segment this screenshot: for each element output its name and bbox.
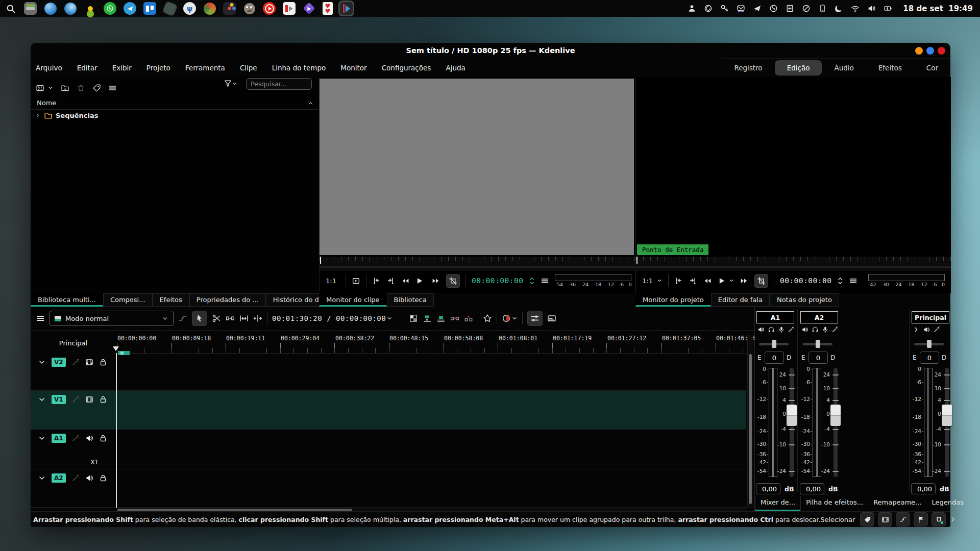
selection-tool-button[interactable] (192, 311, 207, 326)
user-status-icon[interactable] (688, 4, 696, 13)
markers-toggle-button[interactable] (914, 512, 928, 527)
set-in-point-icon[interactable] (372, 277, 381, 285)
minimize-button[interactable] (915, 47, 923, 55)
tab-biblioteca-multimidia[interactable]: Biblioteca multi... (31, 293, 103, 307)
insert-zone-icon[interactable] (423, 314, 432, 323)
menu-linha-do-tempo[interactable]: Linha do tempo (272, 64, 326, 72)
track-lane-v1[interactable] (116, 391, 746, 430)
balance-spinbox[interactable]: 0 (808, 352, 828, 364)
tab-monitor-do-projeto[interactable]: Monitor do projeto (635, 293, 711, 307)
ripple-tool-icon[interactable] (253, 314, 262, 323)
bin-menu-icon[interactable] (108, 84, 117, 92)
set-in-point-icon[interactable] (674, 277, 683, 285)
thumbnails-toggle-button[interactable] (878, 512, 892, 527)
menu-arquivo[interactable]: Arquivo (36, 64, 62, 72)
video-track-icon[interactable] (85, 358, 93, 366)
fader-handle[interactable] (830, 405, 841, 426)
clip-monitor-seekbar[interactable] (320, 257, 635, 270)
collapse-track-icon[interactable] (38, 358, 46, 366)
create-folder-icon[interactable] (61, 84, 69, 92)
level-spinbox[interactable]: 0,00 (911, 483, 936, 494)
launcher-media-player[interactable] (303, 2, 315, 15)
wifi-icon[interactable] (851, 4, 860, 13)
battery-icon[interactable] (884, 4, 892, 13)
fader-handle[interactable] (942, 405, 952, 426)
track-header-a1[interactable]: A1 X1 (31, 430, 116, 469)
playhead-icon[interactable] (113, 346, 119, 351)
maximize-button[interactable] (926, 47, 934, 55)
zoom-chevron-icon[interactable] (656, 278, 663, 284)
titlebar[interactable]: Sem título / HD 1080p 25 fps — Kdenlive (31, 43, 950, 58)
effects-icon[interactable] (933, 326, 940, 333)
track-header-v2[interactable]: V2 (31, 354, 116, 391)
launcher-thunderbird[interactable] (64, 2, 77, 15)
delete-icon[interactable] (77, 84, 85, 92)
set-out-point-icon[interactable] (386, 277, 395, 285)
launcher-telegram[interactable] (124, 2, 136, 15)
lock-icon[interactable] (99, 395, 107, 404)
menu-projeto[interactable]: Projeto (146, 64, 170, 72)
launcher-browser[interactable] (44, 2, 57, 15)
tab-mixer[interactable]: Mixer de... (755, 496, 801, 511)
launcher-round-app[interactable]: ψ (183, 2, 196, 15)
monitor-menu-icon[interactable] (541, 277, 549, 285)
track-effects-icon[interactable] (71, 358, 80, 366)
tab-pilha-de-efeitos[interactable]: Pilha de efeitos... (801, 496, 868, 511)
pan-slider[interactable] (803, 340, 832, 347)
mix-clips-icon[interactable] (178, 314, 187, 323)
timeline-menu-icon[interactable] (36, 314, 45, 323)
tab-legendas[interactable]: Legendas (927, 496, 969, 511)
collapse-track-icon[interactable] (38, 434, 46, 442)
record-track-icon[interactable] (822, 326, 829, 333)
favorite-effects-icon[interactable] (483, 314, 492, 323)
menu-configuracoes[interactable]: Configurações (382, 64, 431, 72)
zone-mode-button[interactable] (446, 274, 460, 288)
lift-zone-icon[interactable] (464, 314, 473, 323)
timecode-spinner[interactable] (529, 277, 535, 285)
project-timecode[interactable]: 00:00:00:00 (780, 277, 832, 285)
play-icon[interactable] (415, 277, 424, 285)
track-badge[interactable]: V2 (52, 358, 66, 367)
phone-link-icon[interactable] (818, 4, 827, 13)
filter-chevron-icon[interactable] (232, 81, 238, 87)
set-out-point-icon[interactable] (689, 277, 697, 285)
timecode-spinner[interactable] (837, 277, 843, 285)
edit-mode-select[interactable]: Modo normal (50, 311, 174, 326)
close-button[interactable] (938, 47, 945, 55)
record-track-icon[interactable] (778, 326, 785, 333)
play-icon[interactable] (717, 277, 726, 285)
tab-propriedades[interactable]: Propriedades do ... (189, 293, 266, 307)
solo-icon[interactable] (768, 326, 775, 333)
project-zoom-level[interactable]: 1:1 (642, 277, 653, 285)
monitor-overlay-icon[interactable] (352, 277, 360, 285)
more-options-icon[interactable] (949, 516, 957, 523)
expand-icon[interactable] (35, 112, 41, 118)
mute-icon[interactable] (923, 326, 930, 333)
spacer-tool-icon[interactable] (226, 314, 235, 323)
timeline-ruler[interactable]: 00:00:00:00 00:00:09:18 00:00:19:11 00:0… (116, 335, 746, 354)
zone-mode-button[interactable] (754, 274, 768, 288)
track-lane-v2[interactable] (116, 354, 746, 391)
tab-editor-de-fala[interactable]: Editor de fala (711, 293, 770, 307)
track-badge[interactable]: A2 (52, 473, 66, 483)
collapse-track-icon[interactable] (38, 395, 46, 404)
mix-toggle-button[interactable] (896, 512, 910, 527)
tab-composicoes[interactable]: Composi... (103, 293, 153, 307)
launcher-freetube[interactable] (283, 2, 296, 15)
audio-record-icon[interactable] (502, 314, 511, 323)
slip-tool-icon[interactable] (239, 314, 249, 323)
lock-icon[interactable] (99, 434, 107, 442)
balance-spinbox[interactable]: 0 (765, 352, 784, 364)
rewind-icon[interactable] (401, 277, 409, 285)
audio-track-icon[interactable] (85, 434, 93, 442)
project-monitor-seekbar[interactable] (636, 257, 951, 270)
track-header-v1[interactable]: V1 (31, 391, 116, 430)
strip-name-button[interactable]: Principal (912, 311, 949, 323)
mute-icon[interactable] (757, 326, 765, 333)
bin-column-header[interactable]: Nome (31, 97, 318, 110)
clock[interactable]: 18 de set 19:49 (903, 4, 973, 13)
workspace-tab-efeitos[interactable]: Efeitos (866, 60, 914, 76)
effects-icon[interactable] (788, 326, 795, 333)
timeline-timecode[interactable]: 00:01:30:20 / 00:00:00:00 (272, 314, 386, 322)
project-playhead[interactable] (636, 257, 638, 264)
